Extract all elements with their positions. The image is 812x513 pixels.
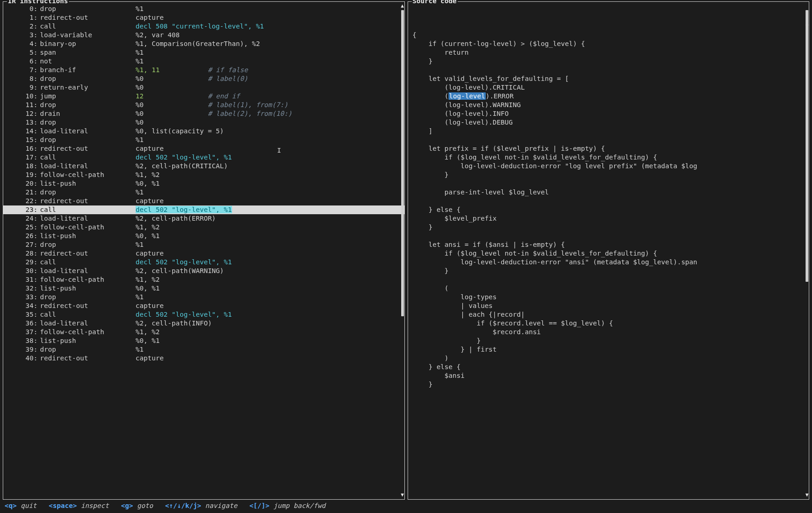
ir-row[interactable]: 20: list-push%0, %1 bbox=[3, 179, 404, 188]
ir-row[interactable]: 28: redirect-outcapture bbox=[3, 249, 404, 258]
source-line[interactable]: if ($log_level not-in $valid_levels_for_… bbox=[413, 249, 806, 258]
source-line[interactable]: } bbox=[413, 171, 806, 179]
source-line[interactable]: if ($record.level == $log_level) { bbox=[413, 319, 806, 328]
scroll-up-icon[interactable]: ▲ bbox=[401, 4, 404, 8]
source-line[interactable] bbox=[413, 232, 806, 240]
source-line[interactable]: let prefix = if ($level_prefix | is-empt… bbox=[413, 144, 806, 153]
source-line[interactable]: } | first bbox=[413, 345, 806, 354]
ir-row[interactable]: 37: follow-cell-path%1, %2 bbox=[3, 328, 404, 336]
source-line[interactable]: ) bbox=[413, 354, 806, 363]
source-line[interactable]: } bbox=[413, 380, 806, 389]
ir-row[interactable]: 17: calldecl 502 "log-level", %1 bbox=[3, 153, 404, 162]
ir-mnemonic: span bbox=[40, 48, 136, 57]
ir-args: %1, %2 bbox=[136, 171, 399, 179]
ir-row[interactable]: 6: not%1 bbox=[3, 57, 404, 66]
ir-row[interactable]: 18: load-literal%2, cell-path(CRITICAL) bbox=[3, 162, 404, 171]
src-scrollbar-thumb[interactable] bbox=[806, 10, 808, 282]
source-panel-body[interactable]: { if (current-log-level) > ($log_level) … bbox=[408, 2, 809, 499]
source-line[interactable]: $record.ansi bbox=[413, 328, 806, 336]
ir-row[interactable]: 0: drop%1 bbox=[3, 5, 404, 13]
source-line[interactable]: (log-level).INFO bbox=[413, 109, 806, 118]
ir-row[interactable]: 23: calldecl 502 "log-level", %1 bbox=[3, 205, 404, 214]
source-line[interactable]: log-level-deduction-error "ansi" (metada… bbox=[413, 258, 806, 267]
ir-row[interactable]: 16: redirect-outcapture bbox=[3, 144, 404, 153]
source-line[interactable]: | each {|record| bbox=[413, 310, 806, 319]
source-line[interactable]: parse-int-level $log_level bbox=[413, 188, 806, 197]
source-line[interactable]: | values bbox=[413, 302, 806, 310]
source-line[interactable]: if (current-log-level) > ($log_level) { bbox=[413, 40, 806, 48]
ir-row[interactable]: 39: drop%1 bbox=[3, 345, 404, 354]
ir-row[interactable]: 31: follow-cell-path%1, %2 bbox=[3, 275, 404, 284]
ir-row[interactable]: 2: calldecl 508 "current-log-level", %1 bbox=[3, 22, 404, 31]
ir-row[interactable]: 5: span%1 bbox=[3, 48, 404, 57]
ir-mnemonic: binary-op bbox=[40, 40, 136, 48]
source-line[interactable]: ] bbox=[413, 127, 806, 136]
ir-row[interactable]: 33: drop%1 bbox=[3, 293, 404, 302]
source-line[interactable]: (log-level).DEBUG bbox=[413, 118, 806, 127]
ir-args: %1 bbox=[136, 188, 399, 197]
ir-row[interactable]: 27: drop%1 bbox=[3, 240, 404, 249]
source-line[interactable]: } bbox=[413, 267, 806, 275]
ir-row[interactable]: 8: drop%0 # label(0) bbox=[3, 74, 404, 83]
source-line[interactable] bbox=[413, 197, 806, 205]
source-line[interactable]: } bbox=[413, 336, 806, 345]
ir-scrollbar-thumb[interactable] bbox=[401, 10, 404, 316]
ir-row[interactable]: 34: redirect-outcapture bbox=[3, 302, 404, 310]
ir-row[interactable]: 24: load-literal%2, cell-path(ERROR) bbox=[3, 214, 404, 223]
scroll-down-icon[interactable]: ▼ bbox=[401, 493, 404, 497]
source-line[interactable]: let ansi = if ($ansi | is-empty) { bbox=[413, 240, 806, 249]
src-scrollbar[interactable]: ▲ ▼ bbox=[805, 4, 809, 497]
source-line[interactable]: } else { bbox=[413, 363, 806, 371]
source-line[interactable]: log-level-deduction-error "log level pre… bbox=[413, 162, 806, 171]
ir-row[interactable]: 29: calldecl 502 "log-level", %1 bbox=[3, 258, 404, 267]
source-line[interactable]: let valid_levels_for_defaulting = [ bbox=[413, 74, 806, 83]
source-line[interactable]: $level_prefix bbox=[413, 214, 806, 223]
ir-row[interactable]: 15: drop%1 bbox=[3, 136, 404, 144]
ir-row[interactable]: 25: follow-cell-path%1, %2 bbox=[3, 223, 404, 232]
source-line[interactable]: if ($log_level not-in $valid_levels_for_… bbox=[413, 153, 806, 162]
source-line[interactable] bbox=[413, 275, 806, 284]
ir-row[interactable]: 9: return-early%0 bbox=[3, 83, 404, 92]
ir-scrollbar[interactable]: ▲ ▼ bbox=[401, 4, 404, 497]
ir-row[interactable]: 13: drop%0 bbox=[3, 118, 404, 127]
ir-row[interactable]: 40: redirect-outcapture bbox=[3, 354, 404, 363]
ir-row[interactable]: 32: list-push%0, %1 bbox=[3, 284, 404, 293]
ir-row[interactable]: 35: calldecl 502 "log-level", %1 bbox=[3, 310, 404, 319]
ir-row[interactable]: 11: drop%0 # label(1), from(7:) bbox=[3, 101, 404, 109]
source-line[interactable]: } else { bbox=[413, 205, 806, 214]
source-line[interactable]: log-types bbox=[413, 293, 806, 302]
source-line[interactable]: { bbox=[413, 31, 806, 40]
ir-line-number: 35 bbox=[9, 310, 34, 319]
ir-row[interactable]: 21: drop%1 bbox=[3, 188, 404, 197]
ir-row[interactable]: 12: drain%0 # label(2), from(10:) bbox=[3, 109, 404, 118]
ir-line-number: 26 bbox=[9, 232, 34, 240]
ir-row[interactable]: 22: redirect-outcapture bbox=[3, 197, 404, 205]
ir-row[interactable]: 4: binary-op%1, Comparison(GreaterThan),… bbox=[3, 40, 404, 48]
ir-row[interactable]: 36: load-literal%2, cell-path(INFO) bbox=[3, 319, 404, 328]
ir-row[interactable]: 1: redirect-outcapture bbox=[3, 13, 404, 22]
ir-line-number: 6 bbox=[9, 57, 34, 66]
source-line[interactable]: } bbox=[413, 57, 806, 66]
ir-row[interactable]: 38: list-push%0, %1 bbox=[3, 336, 404, 345]
source-line[interactable]: $ansi bbox=[413, 371, 806, 380]
ir-row[interactable]: 3: load-variable%2, var 408 bbox=[3, 31, 404, 40]
source-line[interactable]: (log-level).ERROR bbox=[413, 92, 806, 101]
ir-mnemonic: drop bbox=[40, 5, 136, 13]
source-line[interactable] bbox=[413, 179, 806, 188]
scroll-down-icon[interactable]: ▼ bbox=[805, 493, 809, 497]
source-line[interactable]: return bbox=[413, 48, 806, 57]
ir-panel-body[interactable]: 0: drop%11: redirect-outcapture2: callde… bbox=[3, 2, 404, 499]
source-line[interactable]: (log-level).WARNING bbox=[413, 101, 806, 109]
ir-row[interactable]: 10: jump12 # end if bbox=[3, 92, 404, 101]
source-line[interactable]: ( bbox=[413, 284, 806, 293]
ir-row[interactable]: 14: load-literal%0, list(capacity = 5) bbox=[3, 127, 404, 136]
ir-row[interactable]: 19: follow-cell-path%1, %2 bbox=[3, 171, 404, 179]
source-line[interactable] bbox=[413, 136, 806, 144]
source-line[interactable]: } bbox=[413, 223, 806, 232]
source-line[interactable]: (log-level).CRITICAL bbox=[413, 83, 806, 92]
ir-row[interactable]: 26: list-push%0, %1 bbox=[3, 232, 404, 240]
ir-mnemonic: list-push bbox=[40, 179, 136, 188]
ir-row[interactable]: 7: branch-if%1, 11 # if false bbox=[3, 66, 404, 74]
source-line[interactable] bbox=[413, 66, 806, 74]
ir-row[interactable]: 30: load-literal%2, cell-path(WARNING) bbox=[3, 267, 404, 275]
